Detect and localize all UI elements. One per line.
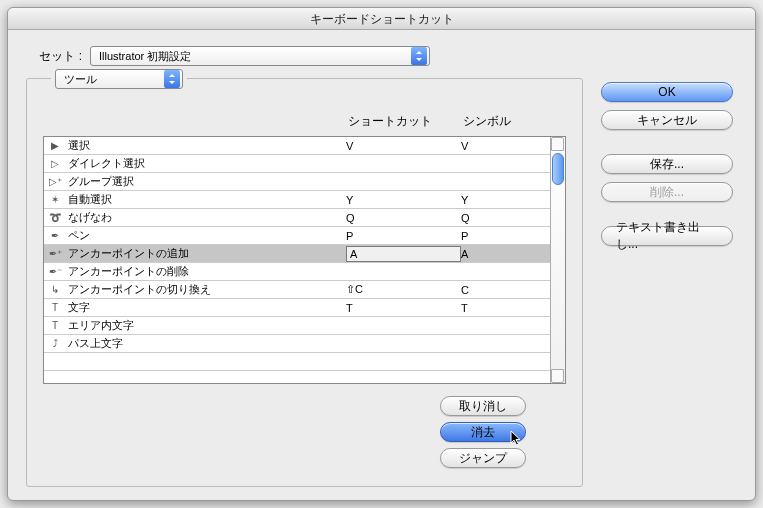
tool-icon: T [44,302,66,313]
shortcut-cell[interactable]: V [346,140,461,152]
dropdown-arrows-icon [164,70,180,88]
table-row[interactable]: ↳アンカーポイントの切り換え⇧CC [44,281,550,299]
tool-icon: ⤴ [44,338,66,349]
tool-name: なげなわ [66,210,346,225]
ok-button[interactable]: OK [601,82,733,102]
table-row[interactable]: Tエリア内文字 [44,317,550,335]
tool-name: アンカーポイントの削除 [66,264,346,279]
tool-icon: ↳ [44,284,66,295]
save-button[interactable]: 保存... [601,154,733,174]
tool-icon: ✶ [44,194,66,205]
category-value: ツール [64,72,97,87]
table-row[interactable]: T文字TT [44,299,550,317]
tool-name: パス上文字 [66,336,346,351]
tool-name: 選択 [66,138,346,153]
table-row[interactable]: ▶選択VV [44,137,550,155]
cancel-button[interactable]: キャンセル [601,110,733,130]
table-row[interactable]: ✒⁻アンカーポイントの削除 [44,263,550,281]
set-select[interactable]: Illustrator 初期設定 [90,46,430,66]
tool-name: アンカーポイントの追加 [66,246,346,261]
tool-icon: ▷ [44,158,66,169]
set-row: セット : Illustrator 初期設定 [26,46,737,66]
tool-icon: ✒⁻ [44,266,66,277]
tool-name: ダイレクト選択 [66,156,346,171]
undo-button[interactable]: 取り消し [440,396,526,416]
symbol-cell: V [461,140,550,152]
shortcut-cell[interactable]: P [346,230,461,242]
export-button[interactable]: テキスト書き出し... [601,226,733,246]
tool-icon: T [44,320,66,331]
table-row[interactable]: ✶自動選択YY [44,191,550,209]
column-headers: ショートカット シンボル [43,113,566,130]
tool-icon: ➰ [44,212,66,223]
symbol-cell: A [461,248,550,260]
shortcut-cell[interactable]: T [346,302,461,314]
symbol-cell: T [461,302,550,314]
tool-name: アンカーポイントの切り換え [66,282,346,297]
dialog-title: キーボードショートカット [8,8,755,30]
shortcut-cell[interactable]: Q [346,212,461,224]
table-row[interactable]: ✒ペンPP [44,227,550,245]
tool-icon: ▷⁺ [44,176,66,187]
table-row[interactable]: ▷⁺グループ選択 [44,173,550,191]
table-row[interactable]: ▷ダイレクト選択 [44,155,550,173]
symbol-cell: Q [461,212,550,224]
dropdown-arrows-icon [411,47,427,65]
tool-name: グループ選択 [66,174,346,189]
jump-button[interactable]: ジャンプ [440,448,526,468]
tool-name: エリア内文字 [66,318,346,333]
table-row[interactable]: ⤴パス上文字 [44,335,550,353]
tool-icon: ✒⁺ [44,248,66,259]
shortcut-cell[interactable]: Y [346,194,461,206]
shortcuts-dialog: キーボードショートカット セット : Illustrator 初期設定 ツール [7,7,756,501]
table-row [44,353,550,371]
category-select[interactable]: ツール [55,69,183,89]
side-buttons: OK キャンセル 保存... 削除... テキスト書き出し... [597,78,737,487]
table-row[interactable]: ➰なげなわQQ [44,209,550,227]
set-value: Illustrator 初期設定 [99,49,191,64]
tool-name: 自動選択 [66,192,346,207]
tools-panel: ツール ショートカット シンボル ▶選択VV▷ダイレクト選択▷⁺グループ選択✶自… [26,78,583,487]
set-label: セット : [26,48,82,65]
shortcut-cell[interactable]: A [346,246,461,262]
delete-button: 削除... [601,182,733,202]
col-symbol: シンボル [463,113,566,130]
symbol-cell: C [461,284,550,296]
cursor-icon [510,430,524,450]
tool-name: 文字 [66,300,346,315]
tool-icon: ✒ [44,230,66,241]
scrollbar[interactable] [550,137,565,383]
tool-name: ペン [66,228,346,243]
scrollbar-thumb[interactable] [552,153,564,185]
symbol-cell: Y [461,194,550,206]
shortcut-list: ▶選択VV▷ダイレクト選択▷⁺グループ選択✶自動選択YY➰なげなわQQ✒ペンPP… [43,136,566,384]
shortcut-cell[interactable]: ⇧C [346,283,461,296]
symbol-cell: P [461,230,550,242]
table-row[interactable]: ✒⁺アンカーポイントの追加AA [44,245,550,263]
col-shortcut: ショートカット [348,113,463,130]
tool-icon: ▶ [44,140,66,151]
